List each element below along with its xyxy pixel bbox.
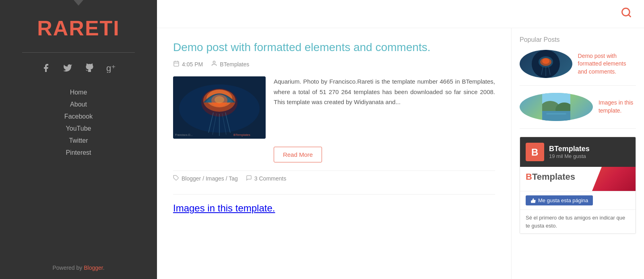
site-title[interactable]: RARETI <box>37 16 120 40</box>
fb-like-button[interactable]: Me gusta esta página <box>526 195 593 205</box>
second-post-title: Images in this template. <box>173 194 495 214</box>
fb-brand-area: BTemplates <box>520 167 636 191</box>
post-title: Demo post with formatted elements and co… <box>173 40 495 55</box>
post-excerpt: Aquarium. Photo by Francisco.Rareti is t… <box>274 76 495 139</box>
sidebar-item-home[interactable]: Home <box>70 87 87 98</box>
read-more-button[interactable]: Read More <box>274 147 322 162</box>
nav-arrow <box>74 0 83 6</box>
sidebar-item-youtube[interactable]: YouTube <box>66 123 91 134</box>
svg-point-7 <box>213 61 215 63</box>
fb-like-btn-area: Me gusta esta página <box>520 191 636 209</box>
popular-post-item-2: Images in this template. <box>520 93 636 129</box>
posts-column: Demo post with formatted elements and co… <box>157 28 511 279</box>
svg-text:BTemplates: BTemplates <box>233 133 250 137</box>
svg-text:Francisco.O...: Francisco.O... <box>175 133 193 136</box>
sidebar-item-facebook[interactable]: Facebook <box>64 111 93 122</box>
fb-header-info: BTemplates 19 mil Me gusta <box>549 145 590 159</box>
post-tags: Blogger / Images / Tag <box>173 175 238 182</box>
post-meta: 4:05 PM BTemplates <box>173 60 495 68</box>
svg-text:g⁺: g⁺ <box>106 63 116 73</box>
popular-post-thumb-2 <box>520 93 593 121</box>
svg-text:B: B <box>531 147 538 158</box>
fb-logo: B <box>526 143 544 161</box>
top-bar <box>157 0 644 28</box>
popular-post-thumb-1 <box>520 50 572 78</box>
post-comments-value: 3 Comments <box>254 175 286 182</box>
blogger-link[interactable]: Blogger <box>84 265 103 271</box>
svg-point-19 <box>215 96 224 103</box>
popular-post-link-1[interactable]: Demo post with formatted elements and co… <box>578 52 636 76</box>
left-sidebar: RARETI g⁺ Home About Facebook YouTube Tw… <box>0 0 157 279</box>
calendar-icon <box>173 60 180 68</box>
tag-icon <box>173 175 179 182</box>
powered-by: Powered by Blogger. <box>52 265 104 271</box>
fb-widget-header: B BTemplates 19 mil Me gusta <box>520 137 636 167</box>
content-area: Demo post with formatted elements and co… <box>157 28 644 279</box>
sidebar-nav: Home About Facebook YouTube Twitter Pint… <box>64 87 93 158</box>
post-author-value: BTemplates <box>220 61 249 68</box>
blog-post-2-preview: Images in this template. <box>173 194 495 214</box>
post-time: 4:05 PM <box>173 60 203 68</box>
comment-icon <box>246 175 252 182</box>
post-time-value: 4:05 PM <box>182 61 203 68</box>
post-comments: 3 Comments <box>246 175 286 182</box>
second-post-title-link[interactable]: Images in this template. <box>173 203 275 213</box>
post-featured-image: BTemplates Francisco.O... <box>173 76 266 139</box>
main-wrapper: Demo post with formatted elements and co… <box>157 0 644 279</box>
svg-point-26 <box>542 58 549 64</box>
social-icons: g⁺ <box>39 61 118 75</box>
sidebar-divider <box>22 52 135 53</box>
github-icon[interactable] <box>82 61 97 75</box>
svg-rect-35 <box>546 113 566 115</box>
popular-post-link-2[interactable]: Images in this template. <box>599 99 636 115</box>
post-title-link[interactable]: Demo post with formatted elements and co… <box>173 41 431 53</box>
author-icon <box>211 60 217 68</box>
sidebar-item-twitter[interactable]: Twitter <box>69 135 88 146</box>
post-body: BTemplates Francisco.O... Aquarium. Phot… <box>173 76 495 139</box>
facebook-widget: B BTemplates 19 mil Me gusta BTemplates <box>520 137 636 234</box>
post-footer: Blogger / Images / Tag 3 Comments <box>173 170 495 182</box>
svg-line-2 <box>628 14 630 16</box>
post-tags-value: Blogger / Images / Tag <box>182 175 238 182</box>
googleplus-icon[interactable]: g⁺ <box>104 61 118 75</box>
fb-likes: 19 mil Me gusta <box>549 153 590 159</box>
sidebar-item-about[interactable]: About <box>70 99 87 110</box>
popular-post-item-1: Demo post with formatted elements and co… <box>520 50 636 86</box>
twitter-icon[interactable] <box>60 61 75 75</box>
fb-description: Sé el primero de tus amigos en indicar q… <box>520 209 636 234</box>
right-sidebar: Popular Posts Demo post with formatted e… <box>511 28 644 279</box>
svg-rect-3 <box>174 62 179 66</box>
facebook-icon[interactable] <box>39 61 53 75</box>
fb-page-name: BTemplates <box>549 145 590 153</box>
blog-post-1: Demo post with formatted elements and co… <box>173 40 495 182</box>
sidebar-item-pinterest[interactable]: Pinterest <box>66 148 91 158</box>
svg-rect-34 <box>542 111 570 121</box>
search-button[interactable] <box>621 7 632 21</box>
post-author: BTemplates <box>211 60 249 68</box>
popular-posts-heading: Popular Posts <box>520 36 636 43</box>
